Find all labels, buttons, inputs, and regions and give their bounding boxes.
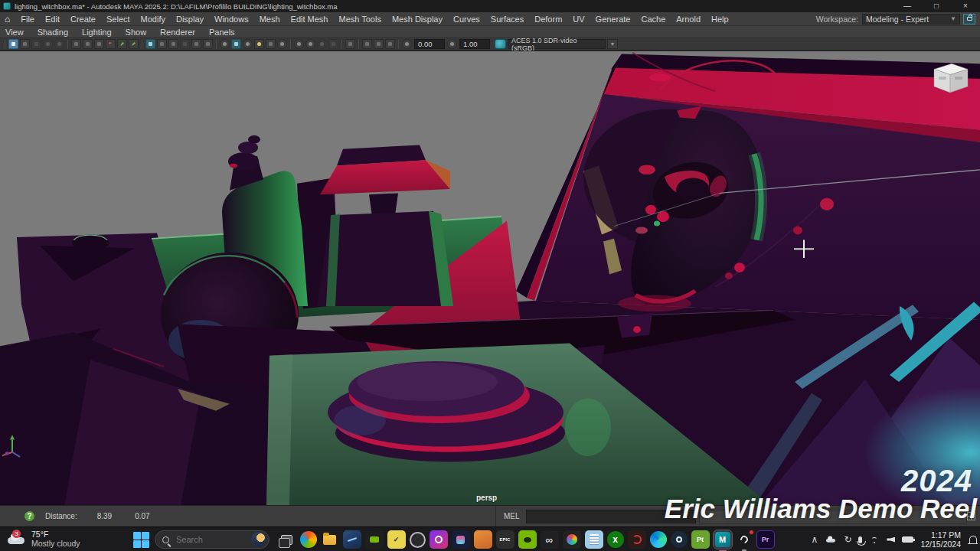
menu-file[interactable]: File <box>15 15 40 24</box>
four-pane-layout-icon[interactable] <box>180 39 190 49</box>
color-wheel-app-button[interactable] <box>563 530 581 549</box>
steam-button[interactable] <box>671 531 688 548</box>
search-box[interactable] <box>155 530 270 549</box>
soft-select-icon[interactable] <box>43 39 53 49</box>
taskbar-clock[interactable]: 1:17 PM 12/15/2024 <box>920 530 961 549</box>
mel-command-input[interactable] <box>526 510 696 523</box>
command-result-field[interactable] <box>699 510 967 523</box>
menu-display[interactable]: Display <box>171 15 209 24</box>
menu-cache[interactable]: Cache <box>635 15 671 24</box>
tray-expand-icon[interactable]: ∧ <box>812 535 818 544</box>
menu-surfaces[interactable]: Surfaces <box>485 15 529 24</box>
menu-mesh-display[interactable]: Mesh Display <box>387 15 448 24</box>
default-material-icon[interactable] <box>294 39 304 49</box>
color-management-icon[interactable] <box>495 39 506 49</box>
view-cube[interactable] <box>934 64 968 93</box>
orange-app-button[interactable] <box>474 530 492 549</box>
search-input[interactable] <box>175 534 251 545</box>
weather-widget[interactable]: 3 75°F Mostly cloudy <box>6 530 80 548</box>
snapshot-icon[interactable] <box>362 39 372 49</box>
colorspace-arrow-icon[interactable]: ▼ <box>607 39 618 49</box>
menu-modify[interactable]: Modify <box>136 15 171 24</box>
panel-menu-renderer[interactable]: Renderer <box>155 28 204 37</box>
shaded-display-icon[interactable] <box>231 39 241 49</box>
nvidia-broadcast-button[interactable] <box>365 530 384 549</box>
menu-select[interactable]: Select <box>101 15 136 24</box>
construction-history-icon[interactable] <box>117 39 127 49</box>
grid-toggle-icon[interactable] <box>967 512 975 520</box>
onedrive-icon[interactable] <box>825 536 836 543</box>
panel-menu-shading[interactable]: Shading <box>32 28 77 37</box>
menu-help[interactable]: Help <box>706 15 734 24</box>
menu-edit[interactable]: Edit <box>40 15 65 24</box>
notepad-button[interactable] <box>585 530 603 549</box>
battery-icon[interactable] <box>902 536 913 543</box>
menu-arnold[interactable]: Arnold <box>671 15 706 24</box>
clipchamp-button[interactable] <box>452 530 470 549</box>
performance-monitor-button[interactable] <box>343 530 361 549</box>
gamma-icon[interactable] <box>447 39 457 49</box>
uv-editor-pane-icon[interactable] <box>203 39 213 49</box>
workspace-lock-button[interactable] <box>963 14 975 24</box>
checkmark-app-button[interactable]: ✓ <box>387 530 406 549</box>
meta-quest-button[interactable]: ∞ <box>541 530 559 549</box>
menu-generate[interactable]: Generate <box>590 15 636 24</box>
paint-select-icon[interactable] <box>31 39 41 49</box>
menu-mesh-tools[interactable]: Mesh Tools <box>334 15 387 24</box>
minimize-button[interactable]: — <box>893 0 922 12</box>
isolate-select-icon[interactable] <box>328 39 338 49</box>
screen-space-ao-icon[interactable] <box>277 39 287 49</box>
snap-to-curves-icon[interactable] <box>83 39 93 49</box>
multi-snapshot-icon[interactable] <box>374 39 384 49</box>
red-spiral-app-button[interactable] <box>628 530 646 549</box>
task-view-button[interactable] <box>278 530 296 549</box>
panel-menu-lighting[interactable]: Lighting <box>77 28 120 37</box>
file-explorer-button[interactable] <box>321 530 339 549</box>
perspective-viewport[interactable]: persp <box>0 51 980 505</box>
wireframe-display-icon[interactable] <box>220 39 230 49</box>
xray-joints-icon[interactable] <box>317 39 327 49</box>
maya-taskbar-button[interactable]: M <box>714 530 732 549</box>
panel-menu-show[interactable]: Show <box>120 28 155 37</box>
close-button[interactable]: × <box>951 0 980 12</box>
exposure-icon[interactable] <box>402 39 412 49</box>
gamma-field[interactable]: 1.00 <box>459 39 490 49</box>
wifi-icon[interactable] <box>869 536 880 543</box>
notification-bell-icon[interactable] <box>969 536 977 543</box>
audio-q-app-button[interactable] <box>430 530 448 549</box>
epic-games-button[interactable]: EPIC <box>496 530 514 549</box>
use-all-lights-icon[interactable] <box>254 39 264 49</box>
make-live-icon[interactable] <box>106 39 116 49</box>
panel-menu-panels[interactable]: Panels <box>204 28 243 37</box>
shadows-icon[interactable] <box>266 39 276 49</box>
menu-curves[interactable]: Curves <box>448 15 485 24</box>
edge-browser-button[interactable] <box>650 531 667 548</box>
selection-cursor-icon[interactable] <box>345 39 355 49</box>
menu-deform[interactable]: Deform <box>529 15 567 24</box>
pane-with-outliner-icon[interactable] <box>168 39 178 49</box>
panel-menu-view[interactable]: View <box>0 28 32 37</box>
menu-windows[interactable]: Windows <box>209 15 254 24</box>
textured-display-icon[interactable] <box>243 39 253 49</box>
steamvr-button[interactable] <box>410 532 426 548</box>
symmetry-icon[interactable] <box>54 39 64 49</box>
start-button[interactable] <box>132 530 150 549</box>
xbox-button[interactable]: x <box>607 531 624 548</box>
menu-create[interactable]: Create <box>65 15 101 24</box>
single-pane-layout-icon[interactable] <box>145 39 155 49</box>
menu-uv[interactable]: UV <box>567 15 590 24</box>
obs-studio-button[interactable] <box>736 531 753 548</box>
menu-mesh[interactable]: Mesh <box>254 15 286 24</box>
sync-icon[interactable]: ↻ <box>844 535 851 544</box>
maximize-button[interactable]: □ <box>922 0 951 12</box>
volume-icon[interactable] <box>887 537 895 543</box>
nvidia-app-button[interactable] <box>518 530 537 549</box>
snap-to-grids-icon[interactable] <box>71 39 81 49</box>
quick-rename-icon[interactable] <box>129 39 139 49</box>
exposure-field[interactable]: 0.00 <box>414 39 445 49</box>
colorspace-select[interactable]: ACES 1.0 SDR-video (sRGB) <box>508 39 606 49</box>
viewport-canvas[interactable] <box>0 51 980 506</box>
marquee-select-icon[interactable] <box>8 39 18 49</box>
snap-to-points-icon[interactable] <box>94 39 104 49</box>
microphone-icon[interactable] <box>858 536 862 543</box>
